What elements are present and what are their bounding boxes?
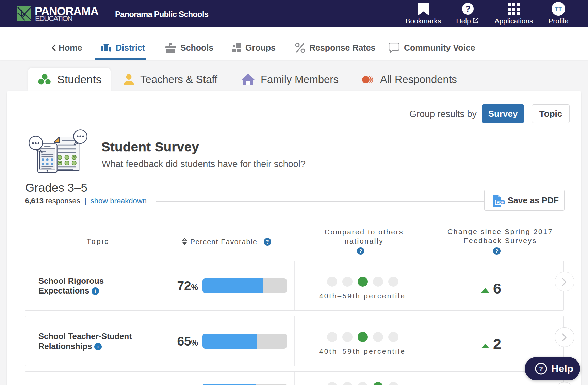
svg-text:TT: TT (555, 6, 562, 13)
svg-text:?: ? (466, 4, 470, 13)
svg-text:PDF: PDF (497, 201, 504, 204)
svg-text:EDUCATION: EDUCATION (35, 14, 73, 23)
svg-text:Panorama Public Schools: Panorama Public Schools (115, 10, 209, 19)
svg-text:?: ? (539, 365, 543, 372)
